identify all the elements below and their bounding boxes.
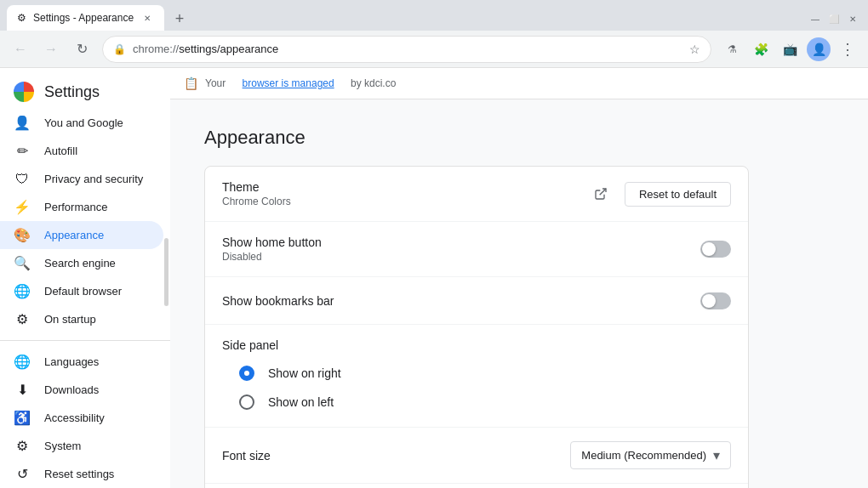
sidebar-item-you-and-google[interactable]: 👤 You and Google [0,109,163,137]
sidebar-label-privacy: Privacy and security [44,173,143,185]
show-bookmarks-bar-title: Show bookmarks bar [222,294,700,308]
forward-button[interactable]: → [37,36,65,63]
sidebar-item-autofill[interactable]: ✏ Autofill [0,137,163,165]
search-icon: 🔍 [14,255,31,272]
address-bar[interactable]: 🔒 chrome://settings/appearance ☆ [102,36,711,63]
show-home-button-toggle[interactable] [700,241,731,258]
side-panel-show-right-row: Show on right [222,359,731,388]
side-panel-show-left-row: Show on left [222,388,731,417]
theme-row: Theme Chrome Colors Reset [205,167,748,222]
managed-text-prefix: Your [205,77,226,89]
sidebar-item-reset-settings[interactable]: ↺ Reset settings [0,460,163,488]
side-panel-title: Side panel [222,338,731,352]
sidebar-item-default-browser[interactable]: 🌐 Default browser [0,277,163,305]
sidebar-label-system: System [44,440,81,452]
font-size-title: Font size [222,449,570,462]
appearance-icon: 🎨 [14,227,31,244]
url-display: chrome://settings/appearance [133,43,682,55]
url-path-part: settings/appearance [179,43,278,55]
accessibility-icon: ♿ [14,409,31,426]
startup-icon: ⚙ [14,311,31,328]
show-left-label[interactable]: Show on left [268,395,334,409]
sidebar-label-search-engine: Search engine [44,257,116,270]
show-home-button-info: Show home button Disabled [222,235,700,263]
show-bookmarks-bar-info: Show bookmarks bar [222,294,700,308]
url-chrome-part: chrome:// [133,43,179,55]
show-home-button-control [700,241,731,258]
sidebar-item-appearance[interactable]: 🎨 Appearance [0,221,163,249]
avatar: 👤 [807,37,831,61]
show-right-label[interactable]: Show on right [268,366,341,380]
settings-card: Theme Chrome Colors Reset [204,166,749,488]
reset-icon: ↺ [14,465,31,482]
sidebar-label-default-browser: Default browser [44,285,122,298]
show-home-button-title: Show home button [222,235,700,249]
extensions-button[interactable]: 🧩 [747,36,774,63]
sidebar-item-performance[interactable]: ⚡ Performance [0,193,163,221]
performance-icon: ⚡ [14,199,31,216]
show-home-button-subtitle: Disabled [222,251,700,263]
tab-close-button[interactable]: ✕ [140,11,154,25]
main-content: 📋 Your browser is managed by kdci.co App… [170,68,868,488]
lock-icon: 🔒 [113,43,126,55]
sidebar-label-autofill: Autofill [44,145,77,157]
font-size-dropdown[interactable]: Medium (Recommended) ▾ [570,441,731,469]
bookmark-star-icon[interactable]: ☆ [689,43,700,56]
page-title: Appearance [204,120,749,149]
show-home-button-row: Show home button Disabled [205,222,748,277]
show-bookmarks-bar-toggle[interactable] [700,292,731,309]
profile-button[interactable]: 👤 [805,36,832,63]
theme-title: Theme [222,180,587,194]
default-browser-icon: 🌐 [14,283,31,300]
close-window-button[interactable]: ✕ [844,10,861,27]
managed-link[interactable]: browser is managed [243,77,334,89]
sidebar-label-downloads: Downloads [44,383,99,396]
sidebar-label-reset: Reset settings [44,468,114,480]
theme-external-link-button[interactable] [587,180,614,207]
shield-icon: 🛡 [14,171,31,188]
show-right-radio[interactable] [239,366,254,381]
sidebar-item-privacy-and-security[interactable]: 🛡 Privacy and security [0,165,163,193]
svg-line-0 [600,189,606,195]
sidebar-item-accessibility[interactable]: ♿ Accessibility [0,404,163,432]
show-bookmarks-bar-row: Show bookmarks bar [205,277,748,325]
sidebar-item-on-startup[interactable]: ⚙ On startup [0,305,163,333]
menu-button[interactable]: ⋮ [834,36,861,63]
forward-icon: → [44,42,58,57]
reset-to-default-button[interactable]: Reset to default [625,182,731,207]
font-size-info: Font size [222,449,570,462]
downloads-icon: ⬇ [14,381,31,398]
active-tab[interactable]: ⚙ Settings - Appearance ✕ [7,5,164,31]
customize-fonts-row[interactable]: Customize fonts › [205,484,748,488]
show-bookmarks-bar-control [700,292,731,309]
sidebar-title: Settings [44,83,100,101]
chrome-labs-button[interactable]: ⚗ [718,36,745,63]
managed-banner: 📋 Your browser is managed by kdci.co [170,68,868,99]
nav-right-buttons: ⚗ 🧩 📺 👤 ⋮ [718,36,861,63]
sidebar-label-languages: Languages [44,355,99,368]
back-button[interactable]: ← [7,36,34,63]
sidebar-label-on-startup: On startup [44,313,96,326]
cast-button[interactable]: 📺 [776,36,803,63]
back-icon: ← [14,42,27,57]
sidebar-label-performance: Performance [44,201,107,213]
side-panel-section: Side panel Show on right Show on left [205,325,748,428]
tab-bar: ⚙ Settings - Appearance ✕ + — ⬜ ✕ [0,0,868,31]
refresh-button[interactable]: ↻ [68,36,95,63]
sidebar-item-search-engine[interactable]: 🔍 Search engine [0,249,163,277]
sidebar-header: Settings [0,68,170,109]
sidebar-item-downloads[interactable]: ⬇ Downloads [0,376,163,404]
system-icon: ⚙ [14,437,31,454]
maximize-button[interactable]: ⬜ [825,10,842,27]
tab-favicon: ⚙ [17,12,26,24]
sidebar-item-system[interactable]: ⚙ System [0,432,163,460]
sidebar-divider [0,340,170,341]
sidebar-label-accessibility: Accessibility [44,411,105,424]
languages-icon: 🌐 [14,353,31,370]
new-tab-button[interactable]: + [168,7,191,31]
sidebar-item-languages[interactable]: 🌐 Languages [0,348,163,376]
font-size-row: Font size Medium (Recommended) ▾ [205,428,748,484]
managed-icon: 📋 [184,77,198,90]
minimize-button[interactable]: — [807,10,824,27]
show-left-radio[interactable] [239,394,254,410]
